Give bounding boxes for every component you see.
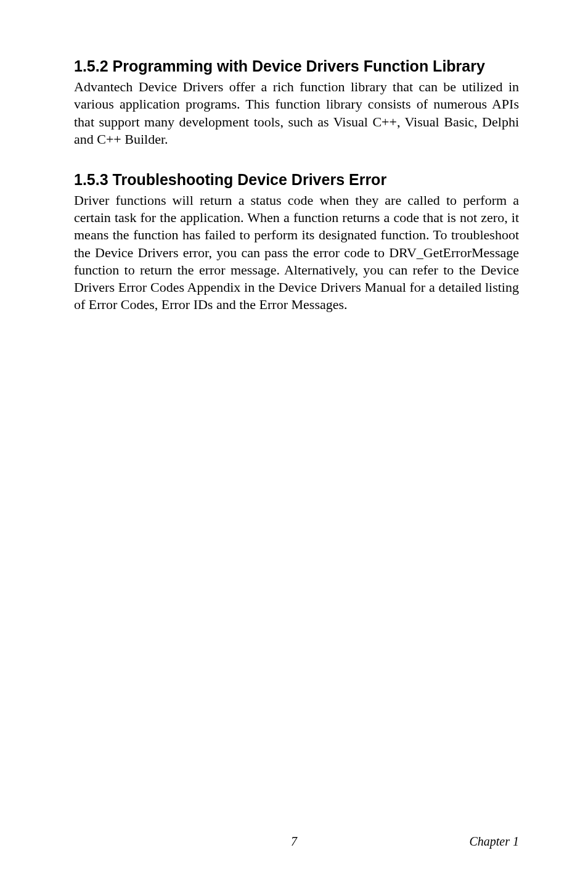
page-number: 7 [0,835,588,849]
section-heading-2: 1.5.3 Troubleshooting Device Drivers Err… [74,170,519,189]
section-body-2: Driver functions will return a status co… [74,192,519,313]
page-footer: 7 Chapter 1 [0,835,588,849]
section-heading-1: 1.5.2 Programming with Device Drivers Fu… [74,57,519,76]
section-body-1: Advantech Device Drivers offer a rich fu… [74,78,519,148]
